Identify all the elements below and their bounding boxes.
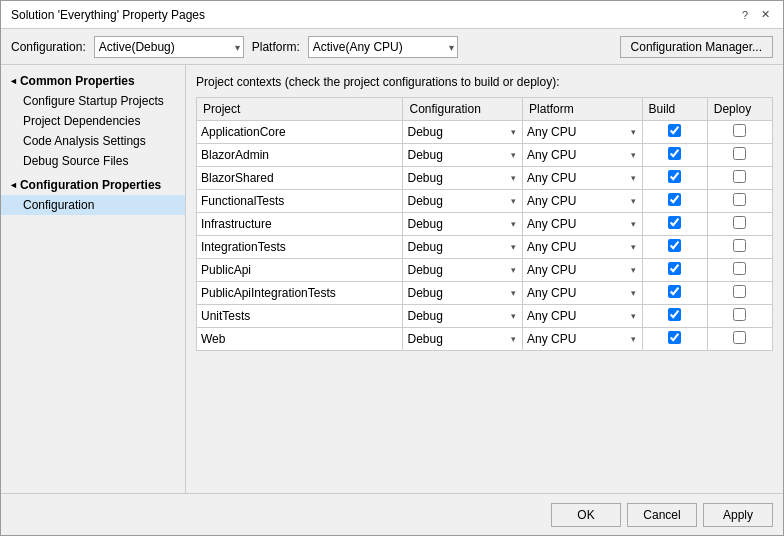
cell-build <box>642 259 707 282</box>
cell-build <box>642 213 707 236</box>
sidebar-item-startup[interactable]: Configure Startup Projects <box>1 91 185 111</box>
build-checkbox[interactable] <box>668 193 681 206</box>
config-row-dropdown[interactable]: Debug <box>407 192 518 210</box>
cell-build <box>642 236 707 259</box>
cell-deploy <box>707 328 772 351</box>
panel-description: Project contexts (check the project conf… <box>196 75 773 89</box>
deploy-checkbox[interactable] <box>733 170 746 183</box>
platform-dropdown[interactable]: Active(Any CPU) <box>308 36 458 58</box>
deploy-checkbox[interactable] <box>733 216 746 229</box>
config-row-dropdown[interactable]: Debug <box>407 238 518 256</box>
build-checkbox[interactable] <box>668 216 681 229</box>
deploy-checkbox[interactable] <box>733 193 746 206</box>
platform-row-dropdown[interactable]: Any CPU <box>527 146 638 164</box>
build-checkbox[interactable] <box>668 285 681 298</box>
deploy-checkbox[interactable] <box>733 239 746 252</box>
platform-row-dropdown[interactable]: Any CPU <box>527 192 638 210</box>
cell-platform: Any CPU <box>523 236 643 259</box>
common-properties-label: Common Properties <box>20 74 135 88</box>
build-checkbox[interactable] <box>668 170 681 183</box>
col-header-project: Project <box>197 98 403 121</box>
config-row-dropdown[interactable]: Debug <box>407 123 518 141</box>
platform-row-dropdown[interactable]: Any CPU <box>527 307 638 325</box>
project-table: Project Configuration Platform Build Dep… <box>196 97 773 351</box>
build-checkbox[interactable] <box>668 262 681 275</box>
platform-row-dropdown[interactable]: Any CPU <box>527 169 638 187</box>
platform-row-dropdown[interactable]: Any CPU <box>527 330 638 348</box>
table-row: WebDebugAny CPU <box>197 328 773 351</box>
build-checkbox[interactable] <box>668 147 681 160</box>
cell-platform: Any CPU <box>523 328 643 351</box>
cell-project: UnitTests <box>197 305 403 328</box>
build-checkbox[interactable] <box>668 239 681 252</box>
build-checkbox[interactable] <box>668 308 681 321</box>
sidebar-item-dependencies[interactable]: Project Dependencies <box>1 111 185 131</box>
platform-row-dropdown[interactable]: Any CPU <box>527 284 638 302</box>
table-row: InfrastructureDebugAny CPU <box>197 213 773 236</box>
cancel-button[interactable]: Cancel <box>627 503 697 527</box>
sidebar-group-header-common[interactable]: Common Properties <box>1 71 185 91</box>
platform-row-dropdown[interactable]: Any CPU <box>527 215 638 233</box>
cell-config: Debug <box>403 282 523 305</box>
table-row: IntegrationTestsDebugAny CPU <box>197 236 773 259</box>
platform-label: Platform: <box>252 40 300 54</box>
ok-button[interactable]: OK <box>551 503 621 527</box>
deploy-checkbox[interactable] <box>733 262 746 275</box>
table-row: PublicApiDebugAny CPU <box>197 259 773 282</box>
config-row-dropdown[interactable]: Debug <box>407 215 518 233</box>
cell-deploy <box>707 167 772 190</box>
cell-build <box>642 167 707 190</box>
config-row-dropdown[interactable]: Debug <box>407 307 518 325</box>
deploy-checkbox[interactable] <box>733 124 746 137</box>
dialog: Solution 'Everything' Property Pages ? ✕… <box>0 0 784 536</box>
cell-config: Debug <box>403 236 523 259</box>
sidebar: Common Properties Configure Startup Proj… <box>1 65 186 493</box>
cell-project: Web <box>197 328 403 351</box>
build-checkbox[interactable] <box>668 331 681 344</box>
cell-platform: Any CPU <box>523 167 643 190</box>
sidebar-item-code-analysis[interactable]: Code Analysis Settings <box>1 131 185 151</box>
cell-build <box>642 121 707 144</box>
cell-deploy <box>707 190 772 213</box>
extra-space <box>196 351 773 483</box>
platform-dropdown-wrapper: Active(Any CPU) <box>308 36 458 58</box>
cell-deploy <box>707 236 772 259</box>
cell-build <box>642 190 707 213</box>
build-checkbox[interactable] <box>668 124 681 137</box>
cell-config: Debug <box>403 144 523 167</box>
platform-row-dropdown[interactable]: Any CPU <box>527 261 638 279</box>
table-row: BlazorAdminDebugAny CPU <box>197 144 773 167</box>
table-row: PublicApiIntegrationTestsDebugAny CPU <box>197 282 773 305</box>
sidebar-item-debug-source[interactable]: Debug Source Files <box>1 151 185 171</box>
configuration-dropdown[interactable]: Active(Debug) <box>94 36 244 58</box>
title-bar: Solution 'Everything' Property Pages ? ✕ <box>1 1 783 29</box>
cell-config: Debug <box>403 305 523 328</box>
main-content: Common Properties Configure Startup Proj… <box>1 65 783 493</box>
config-row-dropdown[interactable]: Debug <box>407 330 518 348</box>
table-row: BlazorSharedDebugAny CPU <box>197 167 773 190</box>
config-row-dropdown[interactable]: Debug <box>407 146 518 164</box>
help-button[interactable]: ? <box>737 7 753 23</box>
deploy-checkbox[interactable] <box>733 331 746 344</box>
close-button[interactable]: ✕ <box>757 7 773 23</box>
platform-row-dropdown[interactable]: Any CPU <box>527 238 638 256</box>
cell-deploy <box>707 259 772 282</box>
deploy-checkbox[interactable] <box>733 308 746 321</box>
config-row-dropdown[interactable]: Debug <box>407 169 518 187</box>
cell-deploy <box>707 305 772 328</box>
sidebar-item-configuration[interactable]: Configuration <box>1 195 185 215</box>
apply-button[interactable]: Apply <box>703 503 773 527</box>
cell-build <box>642 144 707 167</box>
platform-row-dropdown[interactable]: Any CPU <box>527 123 638 141</box>
config-manager-button[interactable]: Configuration Manager... <box>620 36 773 58</box>
config-row-dropdown[interactable]: Debug <box>407 284 518 302</box>
config-row-dropdown[interactable]: Debug <box>407 261 518 279</box>
cell-config: Debug <box>403 213 523 236</box>
sidebar-group-header-config[interactable]: Configuration Properties <box>1 175 185 195</box>
right-panel: Project contexts (check the project conf… <box>186 65 783 493</box>
deploy-checkbox[interactable] <box>733 285 746 298</box>
col-header-build: Build <box>642 98 707 121</box>
cell-platform: Any CPU <box>523 213 643 236</box>
cell-project: PublicApiIntegrationTests <box>197 282 403 305</box>
deploy-checkbox[interactable] <box>733 147 746 160</box>
